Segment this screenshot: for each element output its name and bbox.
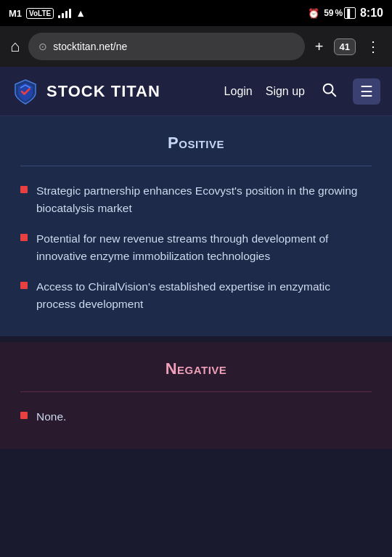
positive-divider: [20, 166, 372, 166]
status-right: ⏰ 59% ▌ 8:10: [308, 7, 383, 20]
positive-item-1: Strategic partnership enhances Ecovyst's…: [20, 182, 372, 217]
positive-item-2: Potential for new revenue streams throug…: [20, 230, 372, 265]
battery-percent: 59: [324, 8, 333, 18]
browser-bar: ⌂ ⊙ stocktitan.net/ne + 41 ⋮: [0, 26, 392, 67]
positive-item-3-text: Access to ChiralVision's established exp…: [36, 278, 372, 313]
site-icon: ⊙: [38, 41, 47, 52]
bullet-icon-2: [20, 234, 28, 241]
negative-list: None.: [20, 408, 372, 426]
bullet-icon-3: [20, 282, 28, 289]
battery-indicator: 59% ▌: [324, 7, 356, 19]
nav-links: Login Sign up ☰: [224, 78, 380, 105]
signup-link[interactable]: Sign up: [266, 85, 305, 98]
status-bar: M1 VoLTE ▲ ⏰ 59% ▌ 8:10: [0, 0, 392, 26]
negative-section-title: Negative: [20, 359, 372, 378]
clock: 8:10: [360, 7, 383, 20]
add-tab-button[interactable]: +: [311, 36, 328, 58]
signal-bars: [58, 8, 71, 18]
wifi-icon: ▲: [75, 7, 86, 19]
svg-line-1: [332, 92, 335, 96]
logo-text: STOCK TITAN: [46, 82, 160, 101]
positive-list: Strategic partnership enhances Ecovyst's…: [20, 182, 372, 313]
bullet-icon-1: [20, 186, 28, 193]
positive-section: Positive Strategic partnership enhances …: [0, 116, 392, 336]
tabs-count[interactable]: 41: [334, 38, 356, 55]
home-button[interactable]: ⌂: [7, 34, 23, 59]
main-content: Positive Strategic partnership enhances …: [0, 116, 392, 449]
battery-icon: ▌: [344, 7, 356, 19]
positive-item-1-text: Strategic partnership enhances Ecovyst's…: [36, 182, 372, 217]
positive-item-2-text: Potential for new revenue streams throug…: [36, 230, 372, 265]
url-text: stocktitan.net/ne: [53, 41, 295, 52]
negative-divider: [20, 391, 372, 392]
alarm-icon: ⏰: [308, 8, 319, 19]
nav-bar: STOCK TITAN Login Sign up ☰: [0, 67, 392, 116]
positive-section-title: Positive: [20, 134, 372, 153]
volte-badge: VoLTE: [26, 8, 54, 19]
logo-area: STOCK TITAN: [12, 78, 224, 105]
hamburger-menu-button[interactable]: ☰: [353, 78, 380, 105]
positive-item-3: Access to ChiralVision's established exp…: [20, 278, 372, 313]
login-link[interactable]: Login: [224, 85, 253, 98]
search-button[interactable]: [318, 78, 340, 105]
negative-item-1: None.: [20, 408, 372, 426]
more-menu-button[interactable]: ⋮: [362, 35, 385, 58]
negative-item-1-text: None.: [36, 408, 66, 426]
carrier-name: M1: [9, 8, 22, 19]
url-bar[interactable]: ⊙ stocktitan.net/ne: [28, 33, 305, 60]
bullet-icon-neg-1: [20, 412, 28, 419]
logo-shield-icon: [12, 78, 39, 105]
status-carrier: M1 VoLTE ▲: [9, 7, 86, 19]
negative-section: Negative None.: [0, 342, 392, 449]
